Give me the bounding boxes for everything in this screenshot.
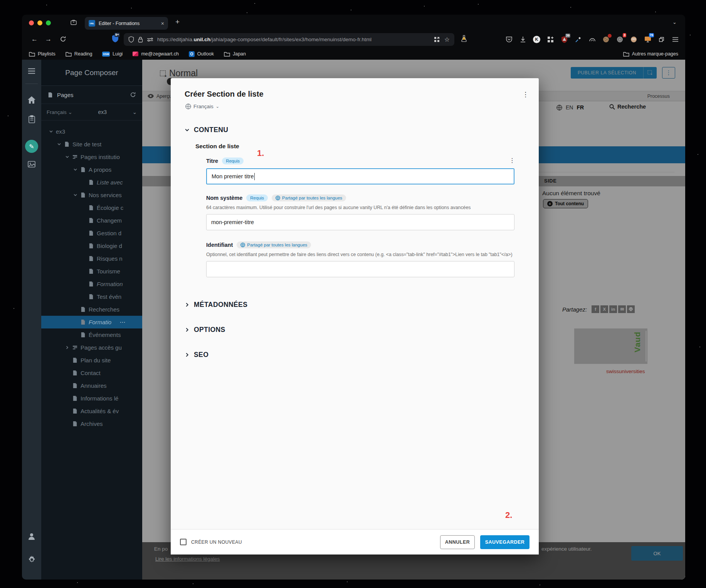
tree-item-informations-l-[interactable]: Informations lé — [41, 392, 142, 405]
bookmark-item[interactable]: OOutlook — [189, 51, 214, 57]
section-options[interactable]: OPTIONS — [185, 326, 225, 334]
screenshot-icon[interactable] — [434, 37, 440, 42]
puzzle-extensions-icon[interactable] — [658, 36, 665, 43]
pocket-icon[interactable] — [505, 36, 513, 43]
dialog-language-select[interactable]: Français⌄ — [185, 104, 219, 109]
grid-extension-icon[interactable] — [547, 36, 554, 43]
create-new-checkbox[interactable] — [180, 539, 187, 545]
monitor-badge: 76 — [649, 33, 654, 37]
bookmark-item[interactable]: Reading — [66, 51, 92, 57]
tree-item-biologie-d[interactable]: Biologie d — [41, 240, 142, 252]
tree-item--v-nements[interactable]: Événements — [41, 328, 142, 341]
tree-item--cologie-c[interactable]: Écologie c — [41, 201, 142, 214]
tab-close-icon[interactable]: × — [161, 20, 164, 27]
refresh-icon[interactable] — [130, 92, 136, 98]
field-identifiant: Identifiant Partagé par toutes les langu… — [206, 241, 514, 277]
close-window-button[interactable] — [29, 20, 34, 25]
pages-tree: ex3Site de testPages institutioA proposL… — [41, 121, 142, 580]
browser-tab[interactable]: UNIL Editer - Formations × — [85, 17, 168, 30]
sidebar-site-select[interactable]: ex3 — [72, 109, 133, 115]
reload-button[interactable] — [60, 36, 66, 42]
bookmark-other-folder[interactable]: Autres marque-pages — [623, 51, 678, 57]
url-bar[interactable]: https://editjahia.unil.ch/jahia/page-com… — [124, 33, 454, 46]
site-select-chevron-icon[interactable]: ⌄ — [133, 109, 137, 115]
traffic-lights[interactable] — [29, 20, 51, 25]
tree-item-archives[interactable]: Archives — [41, 417, 142, 430]
tree-item-contact[interactable]: Contact — [41, 367, 142, 379]
tree-item-actualit-s-v[interactable]: Actualités & év — [41, 405, 142, 417]
rail-user-icon[interactable] — [22, 533, 41, 540]
bookmark-item[interactable]: DSMLuigi — [102, 51, 123, 57]
bookmark-item[interactable]: Japan — [224, 51, 246, 57]
tree-item-tourisme[interactable]: Tourisme — [41, 265, 142, 278]
dialog-kebab-icon[interactable]: ⋮ — [522, 90, 529, 99]
rail-menu-icon[interactable] — [22, 68, 41, 74]
lock-icon[interactable] — [138, 37, 143, 43]
tree-item-formation[interactable]: Formation — [41, 278, 142, 290]
maximize-window-button[interactable] — [46, 20, 51, 25]
annotation-2: 2. — [505, 510, 512, 520]
shared-badge: Partagé par toutes les langues — [272, 194, 346, 201]
extension-shield-icon[interactable]: 9+ — [111, 34, 119, 43]
save-button[interactable]: SAUVEGARDER — [480, 535, 530, 549]
bookmarks-bar: PlaylistsReadingDSMLuigime@zegwaart.chOO… — [22, 48, 685, 60]
nom-systeme-input[interactable]: mon-premier-titre — [206, 214, 514, 230]
adblock-shield-icon[interactable]: 39 — [561, 36, 568, 43]
sidebar-language-select[interactable]: Français ⌄ — [47, 109, 72, 115]
field-titre: Titre Requis Mon premier titre — [206, 157, 514, 184]
tree-item-plan-du-site[interactable]: Plan du site — [41, 354, 142, 367]
dialog-title: Créer Section de liste — [185, 90, 264, 99]
tree-item-gestion-d[interactable]: Gestion d — [41, 227, 142, 240]
flask-icon[interactable] — [461, 35, 467, 42]
identifiant-input[interactable] — [206, 261, 514, 277]
section-mtadonnes[interactable]: MÉTADONNÉES — [185, 301, 247, 309]
eyedropper-icon[interactable] — [575, 36, 582, 43]
section-seo[interactable]: SEO — [185, 351, 208, 359]
rail-media-icon[interactable] — [22, 161, 41, 168]
cookie-manager-icon[interactable]: 3 — [616, 36, 624, 43]
permissions-toggle-icon[interactable] — [147, 37, 153, 42]
tree-item-test-v-n[interactable]: Test évén — [41, 290, 142, 303]
cookie-blocker-icon[interactable] — [602, 36, 610, 43]
permissions-shield-icon[interactable] — [128, 36, 134, 43]
tree-item-site-de-test[interactable]: Site de test — [41, 138, 142, 151]
tree-item-annuaires[interactable]: Annuaires — [41, 379, 142, 392]
list-tabs-icon[interactable]: ⌄ — [672, 19, 677, 25]
cancel-button[interactable]: ANNULER — [440, 535, 475, 549]
tree-item-pages-acc-s-gu[interactable]: Pages accès gu — [41, 341, 142, 354]
tree-item-a-propos[interactable]: A propos — [41, 163, 142, 176]
tree-item-nos-services[interactable]: Nos services — [41, 189, 142, 201]
downloads-icon[interactable] — [519, 36, 526, 43]
menu-hamburger-icon[interactable] — [672, 36, 679, 43]
back-button[interactable]: ← — [31, 35, 38, 43]
keeper-icon[interactable]: K — [533, 36, 540, 43]
titre-input[interactable]: Mon premier titre — [206, 168, 514, 184]
tree-item-pages-institutio[interactable]: Pages institutio — [41, 151, 142, 163]
tree-item-risques-n[interactable]: Risques n — [41, 252, 142, 265]
tree-item-changem[interactable]: Changem — [41, 214, 142, 227]
tree-item-liste-avec[interactable]: Liste avec — [41, 176, 142, 189]
rail-settings-gear-icon[interactable] — [22, 556, 41, 564]
forward-button[interactable]: → — [45, 35, 52, 43]
arc-icon[interactable] — [588, 36, 596, 43]
url-text[interactable]: https://editjahia.unil.ch/jahia/page-com… — [157, 37, 371, 42]
toolbox-icon[interactable] — [70, 19, 77, 26]
bookmark-item[interactable]: Playlists — [29, 51, 55, 57]
create-new-label: CRÉER UN NOUVEAU — [191, 539, 242, 545]
monitor-extension-icon[interactable]: 76 — [644, 36, 651, 43]
new-tab-button[interactable]: + — [175, 18, 180, 26]
tree-item-ex3[interactable]: ex3 — [41, 125, 142, 138]
app-title: Page Composer — [41, 60, 142, 86]
section-contenu[interactable]: CONTENU — [185, 126, 228, 134]
rail-content-editor-icon[interactable]: ✎ — [22, 140, 41, 153]
bookmark-item[interactable]: me@zegwaart.ch — [133, 51, 178, 57]
rail-tasks-icon[interactable] — [22, 115, 41, 123]
group-title: Section de liste — [195, 143, 239, 150]
avatar-extension-icon[interactable] — [630, 36, 637, 43]
tree-item-formatio[interactable]: Formatio⋯ — [41, 316, 142, 328]
tree-item-kebab-icon[interactable]: ⋯ — [119, 319, 126, 326]
tree-item-recherches[interactable]: Recherches — [41, 303, 142, 316]
bookmark-star-icon[interactable]: ☆ — [444, 36, 450, 43]
rail-home-icon[interactable] — [22, 96, 41, 104]
minimize-window-button[interactable] — [37, 20, 42, 25]
